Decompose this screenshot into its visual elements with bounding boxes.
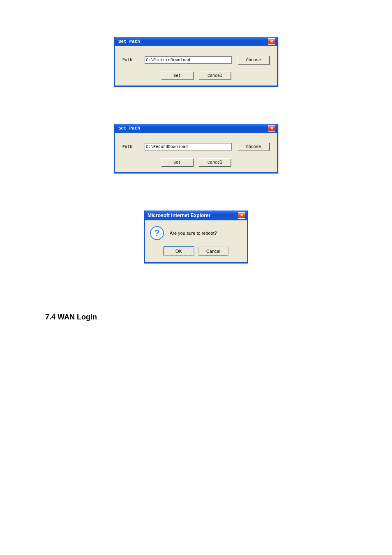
message-row: ? Are you sure to reboot? <box>150 226 242 240</box>
path-input[interactable] <box>145 143 232 150</box>
close-icon: ✕ <box>270 126 273 130</box>
cancel-button[interactable]: Cancel <box>199 72 231 80</box>
titlebar-text: Set Path <box>118 126 140 131</box>
path-row: Path Choose <box>122 56 270 64</box>
cancel-button-label: Cancel <box>208 74 222 78</box>
dialog-window: Set Path ✕ Path Choose Set Cancel <box>114 124 278 173</box>
close-icon: ✕ <box>240 213 243 217</box>
dialog-body: ? Are you sure to reboot? OK Cancel <box>145 220 247 262</box>
button-row: Set Cancel <box>122 158 270 166</box>
choose-button[interactable]: Choose <box>238 143 270 151</box>
set-button-label: Set <box>173 160 181 165</box>
cancel-button-label: Cancel <box>208 160 222 165</box>
cancel-button[interactable]: Cancel <box>199 158 231 166</box>
set-path-dialog-1: Set Path ✕ Path Choose Set Cancel <box>0 37 392 87</box>
titlebar[interactable]: Set Path ✕ <box>115 124 277 133</box>
cancel-button[interactable]: Cancel <box>198 247 228 256</box>
path-label: Path <box>122 145 139 149</box>
set-button[interactable]: Set <box>161 72 193 80</box>
titlebar[interactable]: Set Path ✕ <box>115 37 277 46</box>
dialog-window: Microsoft Internet Explorer ✕ ? Are you … <box>144 210 248 264</box>
set-button[interactable]: Set <box>161 158 193 166</box>
titlebar-text: Set Path <box>118 39 140 44</box>
titlebar[interactable]: Microsoft Internet Explorer ✕ <box>145 210 247 220</box>
path-row: Path Choose <box>122 143 270 151</box>
close-button[interactable]: ✕ <box>268 125 275 132</box>
question-icon: ? <box>150 226 164 240</box>
choose-button-label: Choose <box>246 145 261 149</box>
button-row: OK Cancel <box>150 247 242 260</box>
cancel-button-label: Cancel <box>206 249 220 254</box>
choose-button[interactable]: Choose <box>238 56 270 64</box>
question-mark: ? <box>154 229 159 238</box>
section-heading: 7.4 WAN Login <box>45 313 392 321</box>
ok-button-label: OK <box>175 249 182 254</box>
close-icon: ✕ <box>270 39 273 44</box>
ok-button[interactable]: OK <box>164 247 194 256</box>
titlebar-text: Microsoft Internet Explorer <box>148 213 210 218</box>
path-label: Path <box>122 58 139 62</box>
dialog-body: Path Choose Set Cancel <box>115 133 277 172</box>
ie-confirm-dialog: Microsoft Internet Explorer ✕ ? Are you … <box>0 210 392 264</box>
set-button-label: Set <box>173 74 181 78</box>
close-button[interactable]: ✕ <box>238 212 245 219</box>
close-button[interactable]: ✕ <box>268 38 275 45</box>
dialog-body: Path Choose Set Cancel <box>115 46 277 86</box>
set-path-dialog-2: Set Path ✕ Path Choose Set Cancel <box>0 124 392 173</box>
path-input[interactable] <box>145 56 232 64</box>
button-row: Set Cancel <box>122 72 270 80</box>
dialog-window: Set Path ✕ Path Choose Set Cancel <box>114 37 278 87</box>
confirm-message: Are you sure to reboot? <box>170 231 217 236</box>
choose-button-label: Choose <box>246 58 261 62</box>
